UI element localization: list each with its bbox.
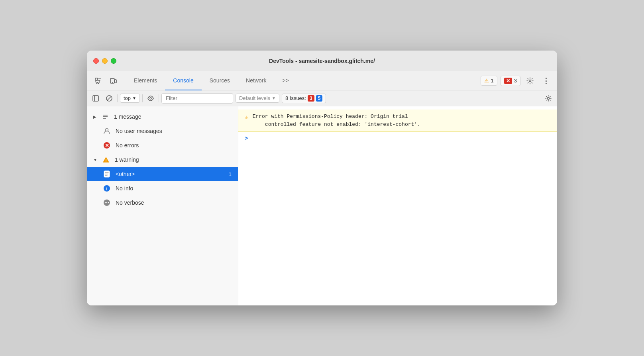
chevron-right-icon: ▶ <box>93 115 96 119</box>
tab-network[interactable]: Network <box>238 71 274 90</box>
tab-elements[interactable]: Elements <box>126 71 165 90</box>
more-options-icon[interactable]: ⋮ <box>540 74 552 87</box>
toolbar-separator-1 <box>117 94 118 102</box>
warning-icon: ⚠ <box>484 78 489 84</box>
info-label: No info <box>116 185 133 192</box>
tab-sources[interactable]: Sources <box>202 71 238 90</box>
svg-text:i: i <box>106 186 108 192</box>
eye-icon[interactable] <box>145 93 156 104</box>
settings-icon[interactable] <box>524 74 536 87</box>
toolbar-separator-3 <box>159 94 159 102</box>
titlebar: DevTools - samesite-sandbox.glitch.me/ <box>87 51 557 71</box>
console-prompt[interactable]: > <box>238 132 557 145</box>
svg-text:✕: ✕ <box>105 143 109 149</box>
close-button[interactable] <box>93 58 99 64</box>
messages-label: 1 message <box>114 113 141 120</box>
chevron-down-icon: ▼ <box>132 96 136 100</box>
sidebar-toggle-icon[interactable] <box>90 93 101 104</box>
tab-more[interactable]: >> <box>274 71 296 90</box>
chevron-down-icon: ▼ <box>93 158 97 162</box>
sidebar-item-verbose[interactable]: No verbose <box>87 196 238 210</box>
window-title: DevTools - samesite-sandbox.glitch.me/ <box>269 58 375 64</box>
context-label: top <box>124 95 131 101</box>
devtools-window: DevTools - samesite-sandbox.glitch.me/ <box>87 51 557 305</box>
sidebar-item-messages[interactable]: ▶ 1 message <box>87 110 238 124</box>
inspect-element-icon[interactable] <box>92 74 104 87</box>
verbose-icon <box>103 199 111 207</box>
issues-chat-count: 5 <box>316 95 323 102</box>
error-badge-btn[interactable]: ✕ 3 <box>501 76 520 86</box>
svg-rect-2 <box>115 80 116 83</box>
warning-triangle-icon: ⚠ <box>245 113 249 121</box>
svg-point-9 <box>150 98 151 99</box>
levels-chevron-icon: ▼ <box>272 96 276 100</box>
traffic-lights <box>93 58 116 64</box>
console-output: ⚠ Error with Permissions-Policy header: … <box>238 106 557 305</box>
svg-text:!: ! <box>105 158 107 163</box>
svg-rect-0 <box>95 78 98 80</box>
svg-point-3 <box>112 82 113 83</box>
clear-console-icon[interactable] <box>104 93 115 104</box>
device-toolbar-icon[interactable] <box>107 74 120 87</box>
svg-point-24 <box>106 202 107 203</box>
file-icon <box>103 170 111 178</box>
svg-point-10 <box>548 97 550 99</box>
prompt-chevron-icon: > <box>245 135 248 141</box>
warning-icon: ! <box>102 156 110 164</box>
toolbar-separator-2 <box>142 94 143 102</box>
svg-point-4 <box>529 80 531 82</box>
info-icon: i <box>103 184 111 192</box>
sidebar-item-other[interactable]: <other> 1 <box>87 167 238 181</box>
svg-point-25 <box>108 202 109 203</box>
verbose-label: No verbose <box>116 200 144 206</box>
other-count: 1 <box>229 171 232 177</box>
svg-rect-5 <box>93 96 98 101</box>
sidebar-item-warnings[interactable]: ▼ ! 1 warning <box>87 153 238 167</box>
svg-point-23 <box>105 202 106 203</box>
svg-line-8 <box>107 96 111 100</box>
context-selector[interactable]: top ▼ <box>120 94 140 103</box>
tabbar-right: ⚠ 1 ✕ 3 ⋮ <box>481 74 552 87</box>
issues-error-count: 3 <box>308 95 314 102</box>
maximize-button[interactable] <box>111 58 116 64</box>
tab-console[interactable]: Console <box>165 71 201 90</box>
tabbar-icons <box>92 74 120 87</box>
console-settings-icon[interactable] <box>543 93 554 104</box>
issues-badge[interactable]: 8 Issues: 3 5 <box>282 94 326 103</box>
other-label: <other> <box>116 171 135 177</box>
sidebar: ▶ 1 message No us <box>87 106 238 305</box>
error-count: 3 <box>514 78 517 84</box>
error-icon: ✕ <box>103 141 111 149</box>
console-toolbar: top ▼ Default levels ▼ 8 Issues: 3 5 <box>87 90 557 106</box>
main-content: ▶ 1 message No us <box>87 106 557 305</box>
warning-badge-btn[interactable]: ⚠ 1 <box>481 76 497 86</box>
errors-label: No errors <box>116 142 139 149</box>
user-icon <box>103 127 111 135</box>
error-badge: ✕ <box>504 78 512 84</box>
levels-selector[interactable]: Default levels ▼ <box>236 94 279 103</box>
minimize-button[interactable] <box>102 58 108 64</box>
sidebar-item-info[interactable]: i No info <box>87 181 238 196</box>
sidebar-item-user-messages[interactable]: No user messages <box>87 124 238 138</box>
warning-count: 1 <box>491 78 494 84</box>
sidebar-item-errors[interactable]: ✕ No errors <box>87 138 238 153</box>
issues-label: 8 Issues: <box>285 95 306 101</box>
list-icon <box>101 113 109 121</box>
user-messages-label: No user messages <box>116 128 162 134</box>
filter-input[interactable] <box>161 93 233 104</box>
warnings-label: 1 warning <box>115 156 139 163</box>
levels-label: Default levels <box>239 95 270 101</box>
tabbar: Elements Console Sources Network >> ⚠ 1 … <box>87 71 557 90</box>
warning-message: ⚠ Error with Permissions-Policy header: … <box>238 110 557 132</box>
warning-text: Error with Permissions-Policy header: Or… <box>253 113 420 128</box>
